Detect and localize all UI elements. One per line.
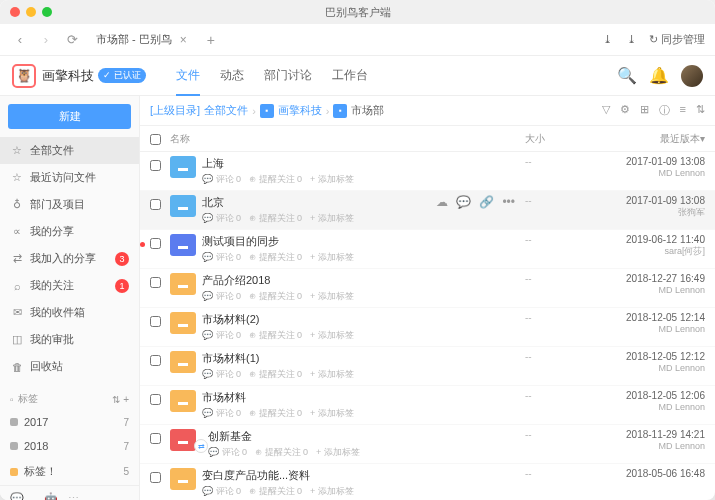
- sidebar-item[interactable]: ✉我的收件箱: [0, 299, 139, 326]
- follow-action[interactable]: ⊕ 提醒关注 0: [249, 212, 302, 225]
- tag-action[interactable]: + 添加标签: [310, 212, 354, 225]
- info-icon[interactable]: ⓘ: [659, 103, 670, 118]
- grid-icon[interactable]: ⊞: [640, 103, 649, 118]
- sidebar-item[interactable]: ◫我的审批: [0, 326, 139, 353]
- maximize-window[interactable]: [42, 7, 52, 17]
- close-window[interactable]: [10, 7, 20, 17]
- crumb-p1[interactable]: 画擎科技: [278, 103, 322, 118]
- follow-action[interactable]: ⊕ 提醒关注 0: [249, 251, 302, 264]
- user-avatar[interactable]: [681, 65, 703, 87]
- sort-icon[interactable]: ⇅: [696, 103, 705, 118]
- select-all[interactable]: [150, 134, 161, 145]
- download-icon[interactable]: ⤓: [625, 33, 639, 47]
- sidebar-icon: ♁: [10, 198, 24, 211]
- browser-tab[interactable]: 市场部 - 巴别鸟 ×: [88, 29, 195, 50]
- file-row[interactable]: ▬ 测试项目的同步 💬 评论 0 ⊕ 提醒关注 0 + 添加标签 -- 2019…: [140, 230, 715, 269]
- crumb-root[interactable]: 全部文件: [204, 103, 248, 118]
- follow-action[interactable]: ⊕ 提醒关注 0: [255, 446, 308, 459]
- sidebar-item[interactable]: ⇄我加入的分享3: [0, 245, 139, 272]
- tag-item[interactable]: 标签！5: [0, 458, 139, 485]
- comment-icon[interactable]: 💬: [456, 195, 471, 209]
- reload-button[interactable]: ⟳: [62, 30, 82, 50]
- tags-header[interactable]: ▫ 标签 ⇅ +: [0, 388, 139, 410]
- more-icon[interactable]: •••: [502, 195, 515, 209]
- comment-action[interactable]: 💬 评论 0: [202, 329, 241, 342]
- tag-action[interactable]: + 添加标签: [310, 329, 354, 342]
- tab-workspace[interactable]: 工作台: [332, 67, 368, 84]
- cloud-icon[interactable]: ☁: [436, 195, 448, 209]
- new-tab-button[interactable]: +: [201, 32, 221, 48]
- tag-action[interactable]: + 添加标签: [310, 407, 354, 420]
- upload-icon[interactable]: ⤓: [601, 33, 615, 47]
- tag-action[interactable]: + 添加标签: [310, 368, 354, 381]
- sidebar-item[interactable]: ☆最近访问文件: [0, 164, 139, 191]
- tag-action[interactable]: + 添加标签: [310, 251, 354, 264]
- tag-action[interactable]: + 添加标签: [310, 485, 354, 498]
- list-icon[interactable]: ≡: [680, 103, 686, 118]
- tab-files[interactable]: 文件: [176, 67, 200, 96]
- android-icon[interactable]: 🤖: [44, 492, 58, 500]
- sidebar-item[interactable]: ☆全部文件: [0, 137, 139, 164]
- row-checkbox[interactable]: [150, 238, 161, 249]
- col-size[interactable]: 大小: [525, 132, 585, 146]
- comment-action[interactable]: 💬 评论 0: [202, 485, 241, 498]
- chat-icon[interactable]: 💬: [10, 492, 24, 500]
- follow-action[interactable]: ⊕ 提醒关注 0: [249, 173, 302, 186]
- comment-action[interactable]: 💬 评论 0: [202, 368, 241, 381]
- comment-action[interactable]: 💬 评论 0: [208, 446, 247, 459]
- tag-item[interactable]: 20187: [0, 434, 139, 458]
- col-version[interactable]: 最近版本▾: [585, 132, 705, 146]
- sync-button[interactable]: ↻ 同步管理: [649, 32, 705, 47]
- link-icon[interactable]: 🔗: [479, 195, 494, 209]
- follow-action[interactable]: ⊕ 提醒关注 0: [249, 368, 302, 381]
- row-checkbox[interactable]: [150, 199, 161, 210]
- new-button[interactable]: 新建: [8, 104, 131, 129]
- row-checkbox[interactable]: [150, 433, 161, 444]
- minimize-window[interactable]: [26, 7, 36, 17]
- file-row[interactable]: ▬ 上海 💬 评论 0 ⊕ 提醒关注 0 + 添加标签 -- 2017-01-0…: [140, 152, 715, 191]
- follow-action[interactable]: ⊕ 提醒关注 0: [249, 329, 302, 342]
- close-tab-icon[interactable]: ×: [180, 33, 187, 47]
- back-button[interactable]: ‹: [10, 30, 30, 50]
- filter-icon[interactable]: ▽: [602, 103, 610, 118]
- file-row[interactable]: ▬ 市场材料 💬 评论 0 ⊕ 提醒关注 0 + 添加标签 -- 2018-12…: [140, 386, 715, 425]
- row-checkbox[interactable]: [150, 277, 161, 288]
- comment-action[interactable]: 💬 评论 0: [202, 212, 241, 225]
- row-checkbox[interactable]: [150, 472, 161, 483]
- file-row[interactable]: ▬ 产品介绍2018 💬 评论 0 ⊕ 提醒关注 0 + 添加标签 -- 201…: [140, 269, 715, 308]
- tag-action[interactable]: + 添加标签: [310, 290, 354, 303]
- bell-icon[interactable]: 🔔: [649, 66, 669, 85]
- tag-action[interactable]: + 添加标签: [310, 173, 354, 186]
- file-row[interactable]: ▬ 市场材料(2) 💬 评论 0 ⊕ 提醒关注 0 + 添加标签 -- 2018…: [140, 308, 715, 347]
- file-row[interactable]: ▬ ⇄ 创新基金 💬 评论 0 ⊕ 提醒关注 0 + 添加标签 -- 2018-…: [140, 425, 715, 464]
- comment-action[interactable]: 💬 评论 0: [202, 407, 241, 420]
- file-row[interactable]: ▬ 市场材料(1) 💬 评论 0 ⊕ 提醒关注 0 + 添加标签 -- 2018…: [140, 347, 715, 386]
- sidebar-item[interactable]: ∝我的分享: [0, 218, 139, 245]
- file-name: 测试项目的同步: [202, 234, 525, 249]
- follow-action[interactable]: ⊕ 提醒关注 0: [249, 290, 302, 303]
- gear-icon[interactable]: ⚙: [620, 103, 630, 118]
- tag-action[interactable]: + 添加标签: [316, 446, 360, 459]
- more-icon[interactable]: ⋯: [68, 492, 79, 500]
- row-checkbox[interactable]: [150, 316, 161, 327]
- row-checkbox[interactable]: [150, 394, 161, 405]
- tag-item[interactable]: 20177: [0, 410, 139, 434]
- sidebar-item[interactable]: ♁部门及项目: [0, 191, 139, 218]
- forward-button[interactable]: ›: [36, 30, 56, 50]
- tab-discuss[interactable]: 部门讨论: [264, 67, 312, 84]
- file-row[interactable]: ▬ 北京 💬 评论 0 ⊕ 提醒关注 0 + 添加标签 ☁💬🔗••• -- 20…: [140, 191, 715, 230]
- search-icon[interactable]: 🔍: [617, 66, 637, 85]
- comment-action[interactable]: 💬 评论 0: [202, 173, 241, 186]
- tab-activity[interactable]: 动态: [220, 67, 244, 84]
- file-row[interactable]: ▬ 变白度产品功能...资料 💬 评论 0 ⊕ 提醒关注 0 + 添加标签 --…: [140, 464, 715, 500]
- col-name[interactable]: 名称: [170, 132, 525, 146]
- row-checkbox[interactable]: [150, 160, 161, 171]
- comment-action[interactable]: 💬 评论 0: [202, 290, 241, 303]
- sidebar-item[interactable]: 🗑回收站: [0, 353, 139, 380]
- follow-action[interactable]: ⊕ 提醒关注 0: [249, 407, 302, 420]
- comment-action[interactable]: 💬 评论 0: [202, 251, 241, 264]
- up-dir[interactable]: [上级目录]: [150, 103, 200, 118]
- sidebar-item[interactable]: ⌕我的关注1: [0, 272, 139, 299]
- row-checkbox[interactable]: [150, 355, 161, 366]
- follow-action[interactable]: ⊕ 提醒关注 0: [249, 485, 302, 498]
